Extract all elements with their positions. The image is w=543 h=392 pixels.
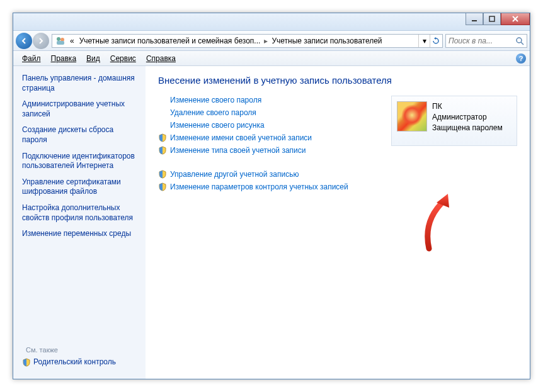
action-label: Управление другой учетной записью bbox=[170, 170, 299, 179]
sidebar-link[interactable]: Настройка дополнительных свойств профиля… bbox=[22, 203, 140, 223]
action-label: Изменение своего пароля bbox=[170, 96, 261, 104]
sidebar-home-link[interactable]: Панель управления - домашняя страница bbox=[22, 74, 140, 93]
shield-icon bbox=[22, 358, 31, 367]
sidebar-link[interactable]: Администрирование учетных записей bbox=[22, 99, 140, 119]
crumb-prefix[interactable]: « bbox=[67, 36, 77, 45]
action-list: Изменение своего пароляУдаление своего п… bbox=[158, 96, 391, 195]
user-name: ПК bbox=[432, 101, 503, 112]
sidebar-link[interactable]: Управление сертификатами шифрования файл… bbox=[22, 177, 140, 197]
maximize-button[interactable] bbox=[483, 13, 501, 25]
menu-help[interactable]: Справка bbox=[141, 53, 181, 64]
search-box[interactable] bbox=[445, 34, 527, 48]
users-icon bbox=[55, 36, 66, 46]
menu-tools[interactable]: Сервис bbox=[105, 53, 141, 64]
action-link[interactable]: Изменение типа своей учетной записи bbox=[158, 146, 391, 155]
search-input[interactable] bbox=[449, 36, 515, 45]
main-panel: Внесение изменений в учетную запись поль… bbox=[146, 66, 530, 379]
action-label: Изменение типа своей учетной записи bbox=[170, 146, 306, 155]
titlebar bbox=[13, 13, 530, 31]
window: « Учетные записи пользователей и семейна… bbox=[13, 13, 530, 379]
shield-icon bbox=[158, 182, 167, 191]
crumb-sep-icon: ▸ bbox=[263, 36, 269, 45]
shield-icon bbox=[158, 133, 167, 142]
menu-file[interactable]: Файл bbox=[17, 53, 46, 64]
refresh-button[interactable] bbox=[430, 35, 441, 47]
menu-view[interactable]: Вид bbox=[81, 53, 105, 64]
user-card[interactable]: ПК Администратор Защищена паролем bbox=[391, 96, 517, 146]
action-label: Изменение имени своей учетной записи bbox=[170, 133, 312, 142]
svg-rect-6 bbox=[57, 41, 64, 45]
sidebar-link[interactable]: Создание дискеты сброса пароля bbox=[22, 125, 140, 145]
action-link[interactable]: Изменение своего рисунка bbox=[158, 121, 391, 130]
close-button[interactable] bbox=[501, 13, 530, 25]
window-controls bbox=[466, 13, 530, 25]
page-title: Внесение изменений в учетную запись поль… bbox=[158, 75, 517, 86]
user-info: ПК Администратор Защищена паролем bbox=[432, 101, 503, 140]
help-icon[interactable]: ? bbox=[516, 53, 526, 64]
sidebar-item-label: Родительский контроль bbox=[33, 357, 116, 367]
action-link[interactable]: Изменение своего пароля bbox=[158, 96, 391, 104]
action-link[interactable]: Управление другой учетной записью bbox=[158, 170, 391, 179]
action-label: Удаление своего пароля bbox=[170, 108, 256, 117]
crumb-part2[interactable]: Учетные записи пользователей bbox=[269, 36, 384, 45]
arrow-annotation bbox=[410, 189, 460, 254]
back-button[interactable] bbox=[16, 33, 32, 49]
user-status: Защищена паролем bbox=[432, 123, 503, 133]
see-also-label: См. также bbox=[22, 346, 140, 354]
menubar: Файл Правка Вид Сервис Справка ? bbox=[13, 51, 530, 66]
user-picture bbox=[397, 101, 427, 132]
action-link[interactable]: Изменение имени своей учетной записи bbox=[158, 133, 391, 142]
search-icon bbox=[515, 36, 524, 45]
menu-edit[interactable]: Правка bbox=[46, 53, 82, 64]
user-role: Администратор bbox=[432, 112, 503, 123]
svg-point-7 bbox=[517, 38, 522, 43]
sidebar-link[interactable]: Подключение идентификаторов пользователе… bbox=[22, 152, 140, 171]
action-label: Изменение своего рисунка bbox=[170, 121, 265, 130]
crumb-dropdown-button[interactable]: ▾ bbox=[418, 35, 430, 47]
breadcrumb[interactable]: « Учетные записи пользователей и семейна… bbox=[52, 34, 443, 48]
body-area: Панель управления - домашняя страница Ад… bbox=[13, 66, 530, 379]
crumb-part1[interactable]: Учетные записи пользователей и семейная … bbox=[77, 36, 263, 45]
shield-icon bbox=[158, 146, 167, 155]
action-link[interactable]: Изменение параметров контроля учетных за… bbox=[158, 182, 391, 191]
shield-icon bbox=[158, 170, 167, 179]
nav-arrows bbox=[16, 33, 49, 49]
action-label: Изменение параметров контроля учетных за… bbox=[170, 182, 348, 191]
sidebar-parental-link[interactable]: Родительский контроль bbox=[22, 357, 140, 367]
svg-point-4 bbox=[57, 37, 60, 41]
forward-button[interactable] bbox=[33, 33, 49, 49]
svg-line-8 bbox=[521, 42, 523, 45]
sidebar-link[interactable]: Изменение переменных среды bbox=[22, 229, 140, 239]
action-link[interactable]: Удаление своего пароля bbox=[158, 108, 391, 117]
navbar: « Учетные записи пользователей и семейна… bbox=[13, 31, 530, 51]
svg-rect-1 bbox=[489, 16, 494, 21]
sidebar: Панель управления - домашняя страница Ад… bbox=[13, 66, 146, 379]
minimize-button[interactable] bbox=[466, 13, 483, 25]
